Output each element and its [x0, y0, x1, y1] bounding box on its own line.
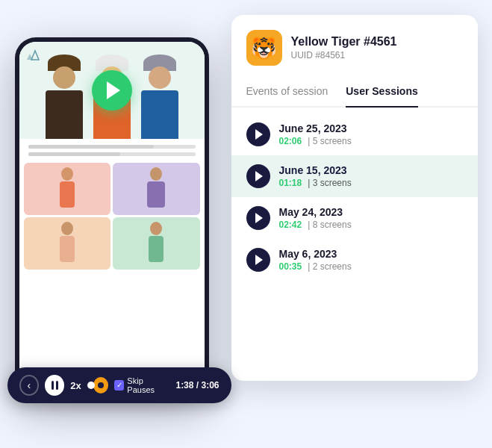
pause-button[interactable]	[45, 375, 64, 396]
session-meta: 00:35 | 2 screens	[279, 261, 463, 272]
tab-events[interactable]: Events of session	[246, 85, 328, 106]
session-duration: 02:42	[279, 220, 302, 230]
eye-pupil	[98, 382, 104, 388]
mobile-device: ‹ 2x ✓ Skip Pauses 1:3	[15, 37, 209, 396]
product-item	[113, 163, 200, 215]
time-display: 1:38 / 3:06	[175, 380, 219, 391]
svg-point-8	[150, 222, 162, 235]
mobile-screen	[19, 42, 205, 391]
checkmark-icon: ✓	[116, 382, 122, 389]
svg-point-4	[150, 167, 162, 181]
mobile-header	[19, 42, 205, 139]
skip-pauses-control: ✓ Skip Pauses	[114, 376, 169, 394]
eye-icon	[93, 377, 109, 393]
product-item	[24, 217, 111, 270]
session-duration: 02:06	[279, 136, 302, 146]
product-item	[113, 217, 200, 270]
product-item	[24, 163, 111, 215]
session-date: May 6, 2023	[279, 248, 463, 260]
session-date: May 24, 2023	[279, 206, 463, 218]
session-duration: 01:18	[279, 178, 302, 188]
session-play-button[interactable]	[246, 206, 270, 230]
session-screens: | 8 screens	[308, 220, 351, 230]
session-info: May 24, 2023 02:42 | 8 screens	[279, 206, 463, 230]
session-item[interactable]: May 24, 2023 02:42 | 8 screens	[231, 197, 478, 239]
tab-sessions[interactable]: User Sessions	[346, 85, 418, 106]
playback-speed[interactable]: 2x	[70, 380, 81, 391]
svg-point-2	[61, 167, 73, 181]
panel-header: 🐯 Yellow Tiger #4561 UUID #84561	[231, 15, 478, 66]
session-info: June 15, 2023 01:18 | 3 screens	[279, 164, 463, 188]
session-item[interactable]: May 6, 2023 00:35 | 2 screens	[231, 239, 478, 281]
speed-slider-thumb	[87, 382, 95, 389]
tiger-emoji: 🐯	[251, 36, 277, 60]
sessions-list: June 25, 2023 02:06 | 5 screens June 15,…	[231, 108, 478, 287]
session-info: May 6, 2023 00:35 | 2 screens	[279, 248, 463, 272]
session-date: June 15, 2023	[279, 164, 463, 176]
play-icon	[107, 81, 120, 99]
progress-bars	[19, 139, 205, 163]
svg-rect-7	[60, 236, 75, 262]
user-name: Yellow Tiger #4561	[291, 35, 463, 49]
playback-bar: ‹ 2x ✓ Skip Pauses 1:3	[7, 367, 231, 403]
product-grid	[19, 163, 205, 270]
session-info: June 25, 2023 02:06 | 5 screens	[279, 122, 463, 146]
svg-rect-5	[147, 181, 165, 208]
session-play-button[interactable]	[246, 164, 270, 188]
user-avatar: 🐯	[246, 30, 282, 66]
session-screens: | 2 screens	[308, 261, 351, 272]
session-duration: 00:35	[279, 261, 302, 272]
session-panel: 🐯 Yellow Tiger #4561 UUID #84561 Events …	[231, 15, 478, 381]
session-play-button[interactable]	[246, 122, 270, 146]
user-uuid: UUID #84561	[291, 50, 463, 60]
svg-point-6	[61, 222, 73, 235]
play-icon	[255, 213, 263, 223]
skip-pauses-checkbox[interactable]: ✓	[114, 380, 124, 391]
session-meta: 01:18 | 3 screens	[279, 178, 463, 188]
session-screens: | 3 screens	[308, 178, 351, 188]
panel-tabs: Events of session User Sessions	[231, 73, 478, 108]
scene: ‹ 2x ✓ Skip Pauses 1:3	[15, 15, 478, 433]
session-meta: 02:06 | 5 screens	[279, 136, 463, 146]
session-screens: | 5 screens	[308, 136, 351, 146]
play-icon	[255, 171, 263, 181]
session-date: June 25, 2023	[279, 122, 463, 134]
session-item[interactable]: June 15, 2023 01:18 | 3 screens	[231, 155, 478, 197]
previous-button[interactable]: ‹	[19, 375, 39, 396]
play-button[interactable]	[92, 70, 132, 111]
svg-rect-3	[60, 181, 75, 208]
play-icon	[255, 129, 263, 140]
user-info: Yellow Tiger #4561 UUID #84561	[291, 35, 463, 60]
pause-icon	[52, 381, 58, 390]
session-meta: 02:42 | 8 screens	[279, 220, 463, 230]
session-play-button[interactable]	[246, 248, 270, 272]
svg-rect-9	[149, 236, 164, 262]
session-item[interactable]: June 25, 2023 02:06 | 5 screens	[231, 113, 478, 155]
skip-pauses-label: Skip Pauses	[127, 376, 169, 394]
play-icon	[255, 255, 263, 265]
chevron-left-icon: ‹	[27, 379, 31, 391]
